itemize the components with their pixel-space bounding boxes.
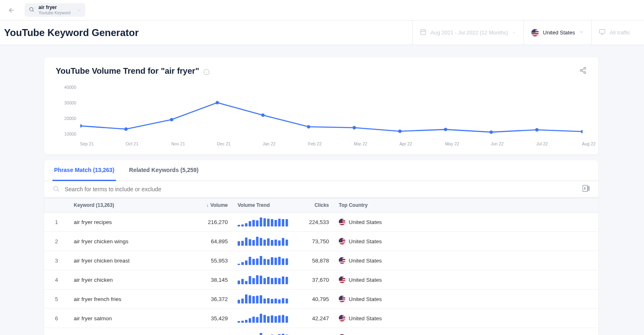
row-volume: 36,372 — [192, 290, 233, 309]
th-clicks[interactable]: Clicks — [293, 198, 334, 213]
svg-point-22 — [261, 113, 265, 117]
tab-related-keywords[interactable]: Related Keywords (5,259) — [127, 160, 200, 181]
svg-point-15 — [584, 72, 586, 74]
row-sparkline — [233, 232, 293, 251]
svg-line-2 — [33, 10, 34, 11]
svg-point-28 — [535, 128, 538, 131]
search-icon — [52, 185, 60, 194]
row-volume: 216,270 — [192, 213, 233, 232]
row-keyword: air fryer french fries — [69, 290, 192, 309]
search-context-pill[interactable]: air fryer Youtube Keyword — [25, 3, 85, 16]
svg-line-17 — [582, 68, 584, 70]
chevron-down-icon — [512, 29, 516, 36]
row-clicks: 224,533 — [293, 213, 334, 232]
page-title: YouTube Keyword Generator — [4, 27, 139, 38]
svg-rect-3 — [421, 30, 426, 35]
keywords-table: Keyword (13,263) ↓Volume Volume Trend Cl… — [44, 198, 598, 335]
row-index: 7 — [44, 328, 69, 335]
row-sparkline — [233, 213, 293, 232]
svg-point-26 — [444, 128, 447, 131]
svg-point-27 — [490, 130, 493, 134]
row-country: United States — [334, 309, 598, 328]
row-keyword: air fryer salmon — [69, 309, 192, 328]
th-top-country[interactable]: Top Country — [334, 198, 598, 213]
row-index: 6 — [44, 309, 69, 328]
row-volume: 34,264 — [192, 328, 233, 335]
th-volume-trend[interactable]: Volume Trend — [233, 198, 293, 213]
chevron-down-icon — [77, 7, 81, 14]
row-clicks: 42,247 — [293, 309, 334, 328]
us-flag-icon — [339, 315, 345, 321]
us-flag-icon — [339, 296, 345, 302]
svg-point-1 — [29, 7, 33, 11]
row-country: United States — [334, 328, 598, 335]
row-country: United States — [334, 270, 598, 290]
row-keyword: air fryer chicken breast — [69, 251, 192, 270]
row-volume: 55,953 — [192, 251, 233, 270]
row-volume: 35,429 — [192, 309, 233, 328]
table-row[interactable]: 6 air fryer salmon 35,429 42,247 United … — [44, 309, 598, 328]
row-sparkline — [233, 290, 293, 309]
us-flag-icon — [531, 29, 539, 36]
us-flag-icon — [339, 257, 345, 264]
th-volume[interactable]: ↓Volume — [192, 198, 233, 213]
date-range-selector[interactable]: Aug 2021 - Jul 2022 (12 Months) — [412, 20, 524, 45]
svg-point-18 — [80, 124, 82, 127]
row-index: 3 — [44, 251, 69, 270]
tab-phrase-match[interactable]: Phrase Match (13,263) — [52, 160, 116, 181]
row-index: 5 — [44, 290, 69, 309]
svg-rect-32 — [583, 186, 588, 192]
row-sparkline — [233, 270, 293, 290]
back-button[interactable] — [7, 5, 16, 15]
svg-point-21 — [215, 101, 219, 104]
svg-point-29 — [581, 130, 583, 133]
results-card: Phrase Match (13,263) Related Keywords (… — [44, 160, 598, 335]
chart-card: YouTube Volume Trend for "air fryer" 400… — [44, 57, 598, 154]
country-selector[interactable]: United States — [524, 20, 591, 45]
chart-title: YouTube Volume Trend for "air fryer" — [56, 66, 199, 76]
svg-point-19 — [124, 127, 127, 131]
row-country: United States — [334, 251, 598, 270]
table-row[interactable]: 7 air fryer fried chicken 34,264 40,316 … — [44, 328, 598, 335]
svg-point-25 — [398, 129, 401, 133]
us-flag-icon — [339, 238, 345, 244]
svg-rect-7 — [600, 29, 605, 33]
table-row[interactable]: 4 air fryer chicken 38,145 37,670 United… — [44, 270, 598, 290]
row-index: 4 — [44, 270, 69, 290]
export-excel-icon[interactable] — [582, 184, 590, 194]
table-row[interactable]: 1 air fryer recipes 216,270 224,533 Unit… — [44, 213, 598, 232]
row-country: United States — [334, 290, 598, 309]
svg-point-14 — [580, 69, 582, 71]
table-row[interactable]: 5 air fryer french fries 36,372 40,795 U… — [44, 290, 598, 309]
svg-point-23 — [307, 125, 310, 128]
row-sparkline — [233, 309, 293, 328]
chevron-down-icon — [579, 29, 584, 36]
row-keyword: air fryer chicken wings — [69, 232, 192, 251]
row-keyword: air fryer chicken — [69, 270, 192, 290]
row-volume: 64,895 — [192, 232, 233, 251]
date-range-label: Aug 2021 - Jul 2022 (12 Months) — [431, 29, 508, 36]
row-sparkline — [233, 251, 293, 270]
us-flag-icon — [339, 276, 345, 283]
row-clicks: 40,795 — [293, 290, 334, 309]
us-flag-icon — [339, 219, 345, 225]
calendar-icon — [420, 29, 426, 36]
svg-point-30 — [54, 186, 58, 191]
table-row[interactable]: 2 air fryer chicken wings 64,895 73,750 … — [44, 232, 598, 251]
share-icon[interactable] — [579, 67, 587, 76]
traffic-icon — [599, 29, 605, 36]
row-clicks: 58,878 — [293, 251, 334, 270]
traffic-selector[interactable]: All traffic — [591, 20, 637, 45]
row-country: United States — [334, 213, 598, 232]
row-clicks: 40,316 — [293, 328, 334, 335]
row-clicks: 73,750 — [293, 232, 334, 251]
table-row[interactable]: 3 air fryer chicken breast 55,953 58,878… — [44, 251, 598, 270]
info-icon[interactable] — [203, 68, 210, 75]
search-term: air fryer — [39, 5, 70, 10]
line-chart: 40000300002000010000 Sep 21Oct 21Nov 21D… — [56, 80, 587, 149]
search-icon — [29, 7, 34, 14]
th-keyword[interactable]: Keyword (13,263) — [69, 198, 192, 213]
filter-input[interactable] — [65, 186, 311, 192]
traffic-label: All traffic — [610, 29, 630, 36]
svg-point-24 — [353, 126, 356, 129]
